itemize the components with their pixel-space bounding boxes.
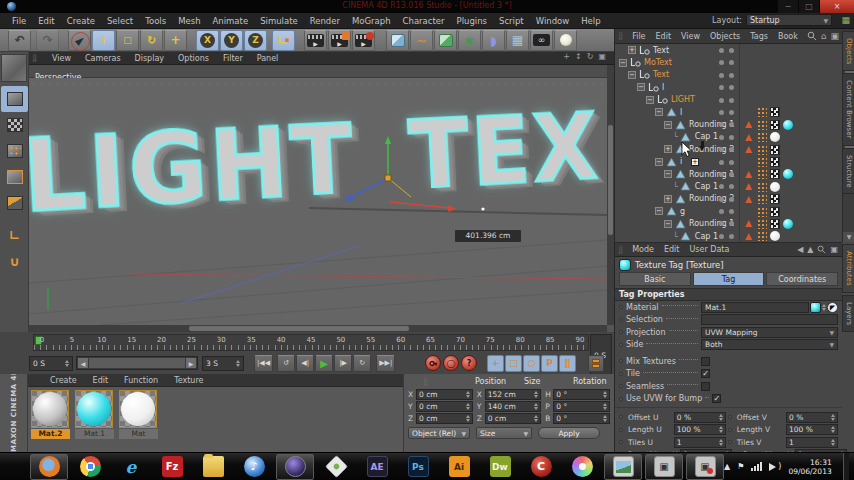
checker-tag-icon[interactable] (769, 144, 780, 155)
record-parameter-button[interactable]: P (541, 355, 558, 372)
edges-mode-button[interactable] (1, 164, 28, 190)
visibility-dot-icon[interactable] (719, 197, 724, 202)
selection-field[interactable] (701, 314, 838, 325)
tree-row-light-4[interactable]: −LIGHT (615, 94, 842, 106)
viewport-menu-view[interactable]: View (45, 54, 78, 63)
visibility-dot-icon[interactable] (729, 184, 734, 189)
phong-tag-icon[interactable]: ▲ (743, 218, 754, 229)
panel-grip-icon[interactable]: ⣿ (618, 246, 624, 254)
side-tab-layers[interactable]: Layers (842, 295, 854, 332)
visibility-dot-icon[interactable] (729, 48, 734, 53)
taskbar-firefox[interactable] (30, 454, 68, 480)
dots-tag-icon[interactable] (756, 218, 767, 229)
length-v-stepper[interactable] (831, 426, 835, 433)
dots-tag-icon[interactable] (756, 132, 767, 143)
attribute-menu-user-data[interactable]: User Data (684, 245, 734, 254)
visibility-dot-icon[interactable] (719, 110, 724, 115)
undo-button[interactable]: ↶ (8, 30, 31, 51)
loop-button[interactable]: ↻ (353, 355, 371, 372)
coord-size-dropdown[interactable]: Size▼ (476, 427, 532, 439)
tree-row-cap-1-7[interactable]: └Cap 1▲ (615, 131, 842, 143)
dots-tag-icon[interactable] (756, 107, 767, 118)
anim-dot-icon[interactable] (619, 428, 623, 432)
tab-tag[interactable]: Tag (693, 272, 765, 286)
redo-button[interactable]: ↷ (36, 30, 59, 51)
anim-dot-icon[interactable] (619, 372, 623, 376)
render-settings-button[interactable]: ▶ (328, 30, 351, 51)
add-deformer-button[interactable]: ◗ (482, 30, 505, 51)
prev-frame-button[interactable]: ◀| (296, 355, 314, 372)
material-mat[interactable]: Mat (119, 390, 158, 439)
visibility-dot-icon[interactable] (729, 98, 734, 103)
dots-tag-icon[interactable] (756, 206, 767, 217)
range-end-field[interactable]: 3 S (202, 356, 244, 371)
scale-button[interactable]: □ (116, 30, 139, 51)
anim-dot-icon[interactable] (728, 440, 732, 444)
phong-tag-icon[interactable]: ▲ (743, 144, 754, 155)
network-icon[interactable] (751, 462, 762, 471)
collapse-icon[interactable]: − (664, 220, 672, 228)
object-manager-menu-tags[interactable]: Tags (745, 32, 773, 41)
visibility-dot-icon[interactable] (729, 197, 734, 202)
object-manager-menu-file[interactable]: File (627, 32, 650, 41)
tree-row-rounding-2-8[interactable]: +Rounding 2▲ (615, 143, 842, 155)
show-desktop-button[interactable] (843, 453, 849, 480)
anim-dot-icon[interactable] (619, 440, 623, 444)
visibility-dot-icon[interactable] (729, 172, 734, 177)
record-pla-button[interactable]: ⣿ (559, 355, 576, 372)
visibility-dot-icon[interactable] (729, 85, 734, 90)
visibility-dot-icon[interactable] (719, 98, 724, 103)
value-stepper[interactable] (466, 415, 470, 422)
projection-dropdown[interactable]: UVW Mapping ▼ (701, 327, 838, 338)
size-x-field[interactable]: 152 cm (485, 389, 542, 400)
material-menu-create[interactable]: Create (42, 376, 85, 385)
checker-tag-icon[interactable] (769, 206, 780, 217)
tree-row-rounding-1-6[interactable]: −Rounding 1▲ (615, 118, 842, 130)
phong-tag-icon[interactable]: ▲ (743, 119, 754, 130)
record-keyframe-button[interactable] (425, 355, 441, 371)
add-spline-button[interactable]: ~ (410, 30, 433, 51)
viewport-menu-cameras[interactable]: Cameras (78, 54, 128, 63)
menu-animate[interactable]: Animate (207, 16, 255, 26)
coord-system-button[interactable]: ∟▪ (272, 30, 295, 51)
visibility-dot-icon[interactable] (729, 160, 734, 165)
checker-tag-icon[interactable] (769, 107, 780, 118)
range-end-stepper[interactable] (236, 360, 240, 367)
object-manager-menu-edit[interactable]: Edit (651, 32, 677, 41)
record-position-button[interactable]: + (487, 355, 504, 372)
value-stepper[interactable] (603, 391, 607, 398)
phong-tag-icon[interactable]: ▲ (743, 194, 754, 205)
anim-dot-icon[interactable] (619, 397, 623, 401)
goto-start-button[interactable]: |◀◀ (254, 355, 273, 372)
offset-u-field[interactable]: 0 % (674, 412, 726, 423)
dots-tag-icon[interactable] (756, 157, 767, 168)
tree-row-text-2[interactable]: −Text (615, 69, 842, 81)
visibility-dot-icon[interactable] (719, 160, 724, 165)
taskbar-internet-explorer[interactable]: e (112, 454, 150, 480)
material-swatch[interactable] (810, 302, 821, 313)
side-tab-attributes[interactable]: Attributes (842, 244, 854, 293)
material-thumbnail[interactable] (119, 390, 157, 428)
object-manager-menu-view[interactable]: View (676, 32, 705, 41)
dots-tag-icon[interactable] (756, 144, 767, 155)
menu-help[interactable]: Help (575, 16, 606, 26)
layout-dropdown[interactable]: Startup ▼ (746, 14, 832, 26)
visibility-dot-icon[interactable] (729, 60, 734, 65)
taskbar-photo-viewer[interactable] (317, 454, 355, 480)
render-picture-button[interactable]: ▶ (352, 30, 375, 51)
next-frame-button[interactable]: |▶ (334, 355, 352, 372)
visibility-dot-icon[interactable] (719, 73, 724, 78)
record-scale-button[interactable]: □ (505, 355, 522, 372)
tab-basic[interactable]: Basic (619, 272, 691, 286)
tree-row-rounding-1-10[interactable]: −Rounding 1▲ (615, 168, 842, 180)
scroll-down-icon[interactable]: ▼ (843, 232, 854, 242)
visibility-dot-icon[interactable] (729, 73, 734, 78)
value-stepper[interactable] (603, 415, 607, 422)
rotation-p-field[interactable]: 0 ° (553, 401, 610, 412)
material-picker-icon[interactable]: ◤ (827, 302, 838, 313)
tile-checkbox[interactable]: ✓ (701, 369, 710, 378)
seamless-checkbox[interactable] (701, 382, 710, 391)
offset-v-field[interactable]: 0 % (786, 412, 838, 423)
white-tag-icon[interactable] (769, 231, 780, 242)
phong-tag-icon[interactable]: ▲ (743, 181, 754, 192)
